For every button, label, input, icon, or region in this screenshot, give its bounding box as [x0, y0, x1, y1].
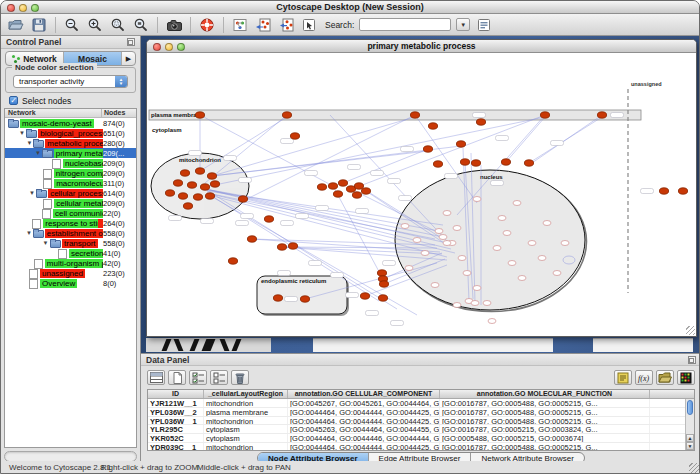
- network-canvas[interactable]: plasma membranecytoplasmmitochondrionnuc…: [147, 53, 696, 336]
- function-builder-icon[interactable]: f(x): [635, 370, 653, 385]
- network-node[interactable]: [288, 243, 297, 249]
- float-panel-icon[interactable]: [127, 38, 135, 46]
- network-node-unselected[interactable]: [413, 238, 421, 243]
- network-node-unselected[interactable]: [493, 246, 501, 251]
- snapshot-icon[interactable]: [165, 16, 183, 34]
- network-node-unselected[interactable]: [401, 224, 409, 229]
- table-row[interactable]: YPL036W__1mitochondrion[GO:0044464, GO:0…: [148, 417, 694, 426]
- network-node-unselected[interactable]: [513, 201, 521, 206]
- attribute-settings-icon[interactable]: [475, 16, 493, 34]
- network-node-unselected[interactable]: [488, 319, 496, 324]
- network-node[interactable]: [460, 159, 469, 165]
- tree-item-response-to-stimul[interactable]: ▼response to stimul264(0): [5, 218, 136, 228]
- expand-arrow-icon[interactable]: ▼: [25, 230, 32, 236]
- network-node[interactable]: [328, 183, 337, 189]
- network-node-unselected[interactable]: [439, 235, 447, 240]
- network-node[interactable]: [352, 192, 361, 198]
- save-icon[interactable]: [30, 16, 48, 34]
- network-node[interactable]: [433, 161, 442, 167]
- zoom-in-icon[interactable]: [86, 16, 104, 34]
- show-hidden-nodes-icon[interactable]: [277, 16, 295, 34]
- expand-arrow-icon[interactable]: ▼: [18, 130, 26, 136]
- zoom-button[interactable]: [177, 43, 185, 51]
- network-node[interactable]: [238, 196, 247, 202]
- network-node[interactable]: [678, 188, 687, 194]
- network-node[interactable]: [178, 193, 187, 199]
- network-node-unselected[interactable]: [405, 266, 413, 271]
- scroll-up-button[interactable]: ▲: [686, 434, 694, 442]
- network-node[interactable]: [205, 193, 214, 199]
- scroll-down-button[interactable]: ▼: [686, 442, 694, 450]
- network-node[interactable]: [428, 123, 437, 129]
- search-input[interactable]: [359, 18, 451, 31]
- network-node-unselected[interactable]: [458, 256, 466, 261]
- table-row[interactable]: YJR121W__1mitochondrion[GO:0045267, GO:0…: [148, 399, 694, 408]
- network-node-unselected[interactable]: [453, 303, 461, 308]
- tree-item-biological-process[interactable]: ▼biological_process651(0): [5, 128, 136, 138]
- network-node[interactable]: [524, 160, 533, 166]
- network-node[interactable]: [361, 188, 370, 194]
- tree-item-unassigned[interactable]: ▼unassigned223(0): [5, 268, 136, 278]
- network-node[interactable]: [423, 146, 432, 152]
- expand-arrow-icon[interactable]: ▼: [34, 150, 41, 156]
- network-node[interactable]: [200, 184, 209, 190]
- app-resize-grip[interactable]: [689, 463, 699, 473]
- network-node[interactable]: [290, 133, 299, 139]
- zoom-fit-icon[interactable]: [132, 16, 150, 34]
- network-node[interactable]: [228, 258, 237, 264]
- close-button[interactable]: [153, 43, 161, 51]
- network-node[interactable]: [187, 182, 196, 188]
- zoom-button[interactable]: [31, 4, 39, 12]
- network-node[interactable]: [183, 203, 192, 209]
- network-node[interactable]: [659, 188, 668, 194]
- window-titlebar[interactable]: Cytoscape Desktop (New Session): [1, 1, 699, 14]
- network-node[interactable]: [210, 181, 219, 187]
- network-node-unselected[interactable]: [543, 221, 551, 226]
- network-node-unselected[interactable]: [538, 256, 546, 261]
- network-node[interactable]: [456, 141, 465, 147]
- expand-arrow-icon[interactable]: ▼: [26, 140, 34, 146]
- network-node[interactable]: [195, 112, 204, 118]
- scrollbar-thumb[interactable]: [687, 400, 693, 415]
- tree-item-nitrogen-compo[interactable]: ▼nitrogen compo209(0): [5, 168, 136, 178]
- tab-overflow-button[interactable]: ▶: [122, 52, 135, 65]
- select-attributes-icon[interactable]: [189, 370, 207, 385]
- network-node[interactable]: [378, 295, 387, 301]
- network-node-unselected[interactable]: [421, 251, 429, 256]
- expand-arrow-icon[interactable]: ▼: [41, 240, 50, 246]
- network-node[interactable]: [173, 180, 182, 186]
- hide-selected-nodes-icon[interactable]: [254, 16, 272, 34]
- node-color-dropdown[interactable]: transporter activity ▲▼: [13, 75, 128, 88]
- network-node[interactable]: [476, 119, 485, 125]
- network-node-unselected[interactable]: [498, 216, 506, 221]
- network-node-unselected[interactable]: [503, 231, 511, 236]
- network-node-unselected[interactable]: [463, 271, 471, 276]
- network-node[interactable]: [379, 281, 388, 287]
- network-node-unselected[interactable]: [471, 301, 479, 306]
- expand-arrow-icon[interactable]: ▼: [28, 190, 36, 196]
- network-node-unselected[interactable]: [561, 241, 569, 246]
- tree-item-secretion[interactable]: ▼secretion41(0): [5, 248, 136, 258]
- zoom-out-icon[interactable]: [63, 16, 81, 34]
- table-scrollbar[interactable]: ▲ ▼: [685, 399, 694, 450]
- attribute-heatmap-icon[interactable]: [677, 370, 695, 385]
- delete-attribute-icon[interactable]: [231, 370, 249, 385]
- tree-item-cellular-process[interactable]: ▼cellular process614(0): [5, 188, 136, 198]
- network-node[interactable]: [471, 160, 480, 166]
- tree-item-macromolecule[interactable]: ▼macromolecule311(0): [5, 178, 136, 188]
- network-node-unselected[interactable]: [483, 301, 491, 306]
- network-node-unselected[interactable]: [435, 229, 443, 234]
- minimize-button[interactable]: [19, 4, 27, 12]
- network-node-unselected[interactable]: [443, 241, 451, 246]
- window-resize-grip[interactable]: [686, 326, 695, 335]
- column-header-cellular-component[interactable]: annotation.GO CELLULAR_COMPONENT: [288, 390, 440, 398]
- unselect-attributes-icon[interactable]: [210, 370, 228, 385]
- network-node[interactable]: [338, 180, 347, 186]
- column-header-id[interactable]: ID: [148, 390, 204, 398]
- float-panel-icon[interactable]: [688, 356, 696, 364]
- network-node-unselected[interactable]: [508, 261, 516, 266]
- network-node[interactable]: [282, 112, 291, 118]
- tree-column-nodes[interactable]: Nodes: [102, 109, 136, 117]
- network-node-unselected[interactable]: [443, 211, 451, 216]
- tree-item-metabolic-process[interactable]: ▼metabolic process280(0): [5, 138, 136, 148]
